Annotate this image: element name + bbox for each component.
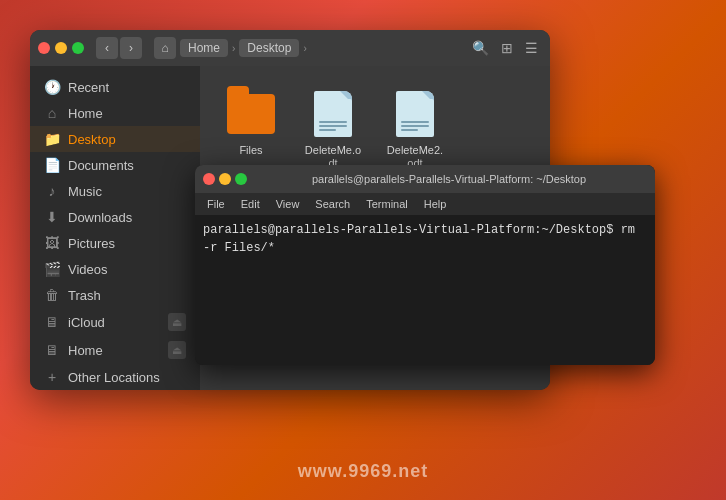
sidebar-label-music: Music (68, 184, 102, 199)
sidebar-label-trash: Trash (68, 288, 101, 303)
term-window-controls (203, 173, 247, 185)
fm-titlebar: ‹ › ⌂ Home › Desktop › 🔍 ⊞ ☰ (30, 30, 550, 66)
sidebar-label-icloud: iCloud (68, 315, 105, 330)
sidebar-item-desktop[interactable]: 📁 Desktop (30, 126, 200, 152)
close-button[interactable] (38, 42, 50, 54)
term-menu-search[interactable]: Search (307, 196, 358, 212)
sidebar-label-documents: Documents (68, 158, 134, 173)
toolbar-right: 🔍 ⊞ ☰ (468, 38, 542, 58)
term-title: parallels@parallels-Parallels-Virtual-Pl… (251, 173, 647, 185)
term-menu-terminal[interactable]: Terminal (358, 196, 416, 212)
term-close-button[interactable] (203, 173, 215, 185)
sidebar-label-home: Home (68, 106, 103, 121)
term-prompt-line: parallels@parallels-Parallels-Virtual-Pl… (203, 221, 647, 257)
home-breadcrumb-button[interactable]: ⌂ (154, 37, 176, 59)
nav-buttons: ‹ › (96, 37, 142, 59)
window-controls (38, 42, 84, 54)
term-menubar: File Edit View Search Terminal Help (195, 193, 655, 215)
file-item-deleteme2[interactable]: DeleteMe2.odt (380, 82, 450, 176)
breadcrumb-current-label[interactable]: Desktop (239, 39, 299, 57)
trash-icon: 🗑 (44, 287, 60, 303)
maximize-button[interactable] (72, 42, 84, 54)
sidebar-label-recent: Recent (68, 80, 109, 95)
term-menu-view[interactable]: View (268, 196, 308, 212)
term-prompt-text: parallels@parallels-Parallels-Virtual-Pl… (203, 223, 613, 237)
sidebar-item-pictures[interactable]: 🖼 Pictures (30, 230, 200, 256)
term-minimize-button[interactable] (219, 173, 231, 185)
desktop-icon: 📁 (44, 131, 60, 147)
back-button[interactable]: ‹ (96, 37, 118, 59)
sidebar-item-music[interactable]: ♪ Music (30, 178, 200, 204)
downloads-icon: ⬇ (44, 209, 60, 225)
sidebar-item-trash[interactable]: 🗑 Trash (30, 282, 200, 308)
minimize-button[interactable] (55, 42, 67, 54)
fm-sidebar: 🕐 Recent ⌂ Home 📁 Desktop 📄 Documents ♪ … (30, 66, 200, 390)
sidebar-label-home2: Home (68, 343, 103, 358)
sidebar-item-downloads[interactable]: ⬇ Downloads (30, 204, 200, 230)
sidebar-label-videos: Videos (68, 262, 108, 277)
term-body[interactable]: parallels@parallels-Parallels-Virtual-Pl… (195, 215, 655, 365)
forward-button[interactable]: › (120, 37, 142, 59)
music-icon: ♪ (44, 183, 60, 199)
sidebar-label-other: Other Locations (68, 370, 160, 385)
breadcrumb-separator2: › (303, 43, 306, 54)
sidebar-item-icloud[interactable]: 🖥 iCloud ⏏ (30, 308, 200, 336)
breadcrumb: ⌂ Home › Desktop › (154, 37, 307, 59)
sidebar-label-downloads: Downloads (68, 210, 132, 225)
file-name-files: Files (239, 144, 262, 157)
sidebar-item-recent[interactable]: 🕐 Recent (30, 74, 200, 100)
breadcrumb-separator: › (232, 43, 235, 54)
sidebar-item-documents[interactable]: 📄 Documents (30, 152, 200, 178)
sidebar-label-desktop: Desktop (68, 132, 116, 147)
home-icon: ⌂ (44, 105, 60, 121)
recent-icon: 🕐 (44, 79, 60, 95)
document-icon-1 (309, 88, 357, 140)
pictures-icon: 🖼 (44, 235, 60, 251)
sidebar-item-other[interactable]: + Other Locations (30, 364, 200, 390)
search-button[interactable]: 🔍 (468, 38, 493, 58)
breadcrumb-home-label[interactable]: Home (180, 39, 228, 57)
terminal-window: parallels@parallels-Parallels-Virtual-Pl… (195, 165, 655, 365)
term-titlebar: parallels@parallels-Parallels-Virtual-Pl… (195, 165, 655, 193)
menu-button[interactable]: ☰ (521, 38, 542, 58)
document-icon-2 (391, 88, 439, 140)
icloud-eject-button[interactable]: ⏏ (168, 313, 186, 331)
videos-icon: 🎬 (44, 261, 60, 277)
file-item-files-folder[interactable]: Files (216, 82, 286, 176)
term-maximize-button[interactable] (235, 173, 247, 185)
icloud-icon: 🖥 (44, 314, 60, 330)
sidebar-item-home2[interactable]: 🖥 Home ⏏ (30, 336, 200, 364)
file-item-deleteme[interactable]: DeleteMe.odt (298, 82, 368, 176)
sidebar-label-pictures: Pictures (68, 236, 115, 251)
sidebar-item-videos[interactable]: 🎬 Videos (30, 256, 200, 282)
home2-eject-button[interactable]: ⏏ (168, 341, 186, 359)
watermark: www.9969.net (298, 461, 428, 482)
term-menu-help[interactable]: Help (416, 196, 455, 212)
sidebar-item-home[interactable]: ⌂ Home (30, 100, 200, 126)
term-menu-edit[interactable]: Edit (233, 196, 268, 212)
documents-icon: 📄 (44, 157, 60, 173)
folder-icon (227, 88, 275, 140)
other-icon: + (44, 369, 60, 385)
view-options-button[interactable]: ⊞ (497, 38, 517, 58)
term-menu-file[interactable]: File (199, 196, 233, 212)
home2-icon: 🖥 (44, 342, 60, 358)
